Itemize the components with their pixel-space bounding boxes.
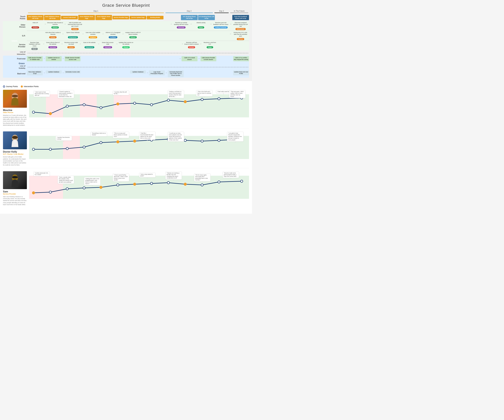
fe-3-box: Emails Service Provider access code	[65, 56, 80, 61]
svg-point-45	[32, 191, 35, 194]
future-bar	[230, 12, 248, 13]
svg-point-18	[32, 148, 35, 151]
gp-arrow-6: →	[122, 31, 124, 35]
backend-label-col: Back-end	[3, 70, 27, 78]
op-step-2: Discusses Daily Routine & Interests Rela…	[47, 22, 64, 29]
backend-row: Back-end Runs Data Validation Script → U…	[3, 70, 249, 78]
dk-quote-5: "I could see so many more patients now a…	[168, 132, 184, 141]
dk-quote-1: "I wonder how Mourine is doing."	[55, 136, 72, 141]
blueprint-section: Grace Service Blueprint Day 1 Day 2 Day …	[0, 0, 252, 81]
sam-role: Service Provider	[3, 193, 27, 195]
fe-10: Calls O.P. to book session	[181, 56, 197, 61]
gp-step-2-text: Asks about their routine & interests	[44, 31, 61, 36]
be-arrow-2: →	[62, 70, 64, 74]
tp-2: Data Validation Phone call Script	[44, 15, 61, 20]
sam-quote-2: "Hmm I wonder what this website is like,…	[58, 176, 74, 184]
svg-point-38	[117, 184, 119, 186]
svg-point-19	[49, 148, 52, 151]
journey-legend: Journey Points Intervention Points	[3, 85, 249, 88]
sp-step-1: Receives Data Validation call from Grace…	[27, 41, 42, 50]
gp-step-7: Assigns Grace to call O.P. about Activit…	[125, 31, 142, 38]
op-step-11: Attends activity Happy	[192, 22, 210, 29]
svg-point-46	[99, 186, 102, 189]
gp-cells: Asks about their routine & interests Cur…	[27, 31, 249, 41]
fe-11: Calls Service Provider to book session	[200, 56, 216, 61]
sam-quote-4: "I have a good feeling about this. I thi…	[113, 174, 129, 181]
svg-point-37	[83, 187, 85, 189]
svg-point-44	[240, 180, 243, 182]
tp-10: S.P. Booking Phone Call Script	[198, 15, 215, 20]
sp-step-2: Grace informs them of the website Intere…	[45, 41, 61, 48]
fe-1: Calls Service Provider to Validate Data	[27, 56, 43, 61]
frontend-row: Front-end Calls Service Provider to Vali…	[3, 56, 249, 62]
gp-arrow-4: →	[102, 31, 104, 35]
grace-label: Grace	[3, 62, 26, 64]
mourine-chart: "I don't want to hear about what else is…	[29, 90, 249, 124]
mourine-quote-2: "I haven't spoken to many people recentl…	[58, 90, 74, 98]
svg-point-6	[100, 106, 102, 109]
op-step-13-text: Discusses assigned activities during nex…	[232, 22, 249, 27]
svg-point-7	[133, 102, 136, 105]
tp-5: Grace Website Home Page	[95, 15, 112, 20]
svg-point-40	[150, 182, 153, 185]
tp-8-card: Booking Modal	[147, 16, 163, 19]
day3-header: Day 3	[214, 10, 229, 13]
op-step-10-text: Receives an activity booking call from G…	[173, 22, 190, 26]
sam-quote-5: "Just a copy aaaand a paste!"	[139, 173, 156, 177]
tp-6-card: Service Provider Page	[112, 16, 129, 19]
svg-point-36	[66, 188, 68, 190]
op-step-12-badge: Feeling Comforted	[214, 26, 228, 29]
sp-step-1-text: Receives Data Validation call from Grace	[27, 41, 42, 47]
backend-label: Back-end	[17, 73, 25, 75]
sam-photo	[3, 171, 27, 189]
intervention-points-label: Intervention Points	[24, 85, 38, 88]
sp-step-10: Receives call from Grace to book a sessi…	[184, 41, 199, 48]
op-step-11-text: Attends activity	[192, 22, 210, 26]
svg-point-48	[184, 183, 187, 186]
op-step-4-badge: Curious	[71, 28, 79, 30]
doctor-kelly-name: Doctor Kelly	[3, 151, 27, 153]
gp-arrow-last: →	[229, 31, 232, 35]
sp-arrow-10: →	[200, 41, 202, 45]
be-2-box: Updates Database	[46, 70, 61, 74]
fe-arrow-10: →	[198, 56, 200, 60]
service-provider-row: ServiceProvider Receives Data Validation…	[3, 41, 249, 51]
dk-quote-2: "Everything is laid out so clearly!"	[91, 132, 107, 136]
op-step-2-text: Discusses Daily Routine & Interests	[47, 22, 64, 26]
doctor-kelly-role: G.P. / Doctor / Link Worker	[3, 153, 27, 155]
svg-point-20	[66, 147, 68, 150]
blueprint-title: Grace Service Blueprint	[3, 3, 249, 8]
sp-step-4: Goes on the website Empowered	[82, 41, 97, 48]
svg-point-11	[218, 98, 220, 100]
frontend-label-col: Front-end	[3, 56, 27, 62]
sp-step-2-text: Grace informs them of the website	[45, 41, 61, 46]
fe-arrow-1: →	[43, 56, 45, 60]
sp-step-1-badge: Bored	[31, 48, 38, 50]
svg-point-8	[150, 104, 153, 106]
fe-10-box: Calls O.P. to book session	[181, 56, 197, 61]
be-2: Updates Database	[46, 70, 61, 74]
sam-quote-3: "Getting this code is very straightforwa…	[84, 177, 101, 185]
gp-arrow-2: →	[62, 31, 64, 35]
mourine-name: Mourine	[3, 109, 27, 111]
gp-step-last-text: During next O.P.'s visit, asks how the a…	[232, 31, 249, 37]
be-8-box: Logs Social Prescription Request	[149, 70, 165, 75]
frontend-cells: Calls Service Provider to Validate Data …	[27, 56, 249, 62]
svg-point-42	[201, 184, 203, 186]
future-label: In The Future	[229, 10, 249, 12]
op-step-12: Receives post-visit feedback call from G…	[212, 22, 229, 29]
day2-label: Day 2	[165, 10, 214, 12]
mourine-avatar-svg	[9, 91, 21, 106]
svg-point-22	[100, 141, 102, 144]
day3-bar	[214, 12, 228, 13]
sp-step-5: Enters their access code Interested	[100, 41, 115, 48]
gp-step-4-badge: Delighted	[89, 36, 97, 38]
gp-label: G.P.	[22, 35, 25, 37]
sam-info: Sam Service Provider Sam runs Painting C…	[3, 171, 29, 205]
op-step-13: Discusses assigned activities during nex…	[232, 22, 249, 30]
fe-2-box: Updates Service on website	[46, 56, 61, 61]
sp-step-11-badge: Happy	[207, 46, 213, 48]
be-3: Generates Access code	[65, 70, 80, 74]
older-person-label-col: OlderPerson	[3, 21, 27, 31]
op-step-2-badge: Relaxed	[51, 26, 59, 29]
